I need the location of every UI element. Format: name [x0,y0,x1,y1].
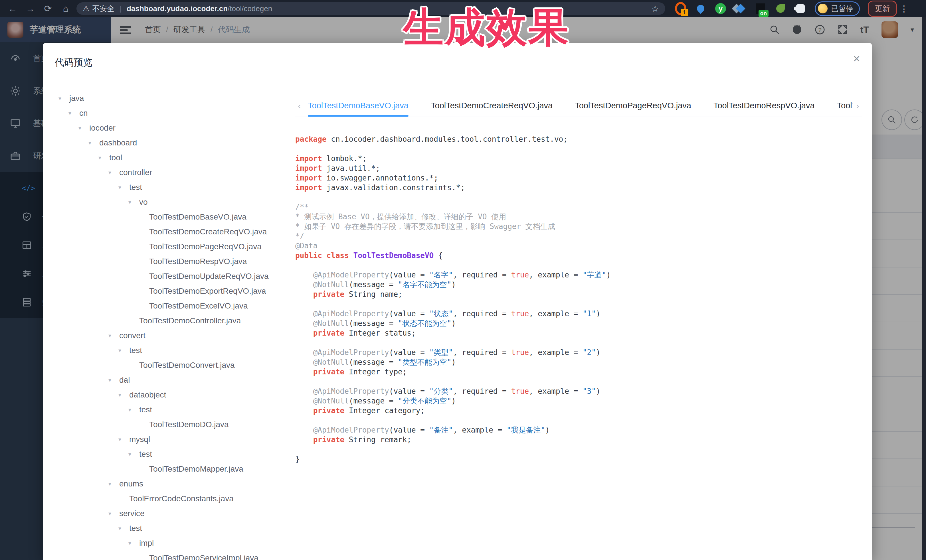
tree-file-ToolTestDemoExcelVO.java[interactable]: ToolTestDemoExcelVO.java [54,299,285,313]
tree-caret-icon[interactable]: ▾ [118,391,129,398]
paused-pill[interactable]: 已暂停 [815,2,860,16]
tree-caret-icon[interactable]: ▾ [108,169,119,176]
tree-folder-vo[interactable]: ▾vo [54,195,285,210]
tree-caret-icon[interactable]: ▾ [129,199,139,205]
tree-folder-enums[interactable]: ▾enums [54,477,285,491]
code-line: private Integer type; [295,367,862,377]
tree-caret-icon[interactable]: ▾ [129,540,139,546]
tree-caret-icon[interactable]: ▾ [118,347,129,354]
not-secure-label: 不安全 [92,4,114,14]
tree-folder-dataobject[interactable]: ▾dataobject [54,388,285,402]
tree-file-ToolTestDemoCreateReqVO.java[interactable]: ToolTestDemoCreateReqVO.java [54,224,285,239]
extension-orange-icon[interactable]: 1 [675,3,686,14]
tree-file-ToolTestDemoConvert.java[interactable]: ToolTestDemoConvert.java [54,358,285,373]
code-line: import java.util.*; [295,163,862,173]
extensions-puzzle-icon[interactable] [795,3,806,14]
tree-file-ToolTestDemoBaseVO.java[interactable]: ToolTestDemoBaseVO.java [54,210,285,224]
tree-folder-test[interactable]: ▾test [54,447,285,462]
paused-label: 已暂停 [831,4,853,14]
tree-node-label: service [119,509,145,518]
extension-sprout-icon[interactable] [775,3,786,14]
tree-file-ToolTestDemoRespVO.java[interactable]: ToolTestDemoRespVO.java [54,254,285,269]
tree-folder-convert[interactable]: ▾convert [54,328,285,343]
tree-file-ToolTestDemoServiceImpl.java[interactable]: ToolTestDemoServiceImpl.java [54,551,285,560]
code-view[interactable]: package cn.iocoder.dashboard.modules.too… [295,134,862,464]
tree-folder-mysql[interactable]: ▾mysql [54,432,285,447]
tree-caret-icon[interactable]: ▾ [108,480,119,487]
tree-file-ToolErrorCodeConstants.java[interactable]: ToolErrorCodeConstants.java [54,491,285,506]
tree-caret-icon[interactable]: ▾ [108,332,119,339]
tree-file-ToolTestDemoDO.java[interactable]: ToolTestDemoDO.java [54,417,285,432]
tree-node-label: ToolTestDemoPageReqVO.java [149,242,262,251]
forward-icon[interactable]: → [25,3,35,14]
tree-caret-icon[interactable]: ▾ [98,154,109,161]
tree-caret-icon[interactable]: ▾ [68,110,79,116]
close-icon[interactable]: × [853,53,860,65]
tree-file-ToolTestDemoUpdateReqVO.java[interactable]: ToolTestDemoUpdateReqVO.java [54,269,285,284]
tree-file-ToolTestDemoExportReqVO.java[interactable]: ToolTestDemoExportReqVO.java [54,284,285,299]
tree-caret-icon[interactable]: ▾ [118,525,129,532]
code-line: @Data [295,241,862,251]
browser-scrollbar[interactable] [922,17,926,560]
tab-ToolTestDemoCreateReqVO.java[interactable]: ToolTestDemoCreateReqVO.java [431,94,552,116]
on-badge: on [758,10,769,17]
file-tabs-bar: ‹ ToolTestDemoBaseVO.javaToolTestDemoCre… [295,94,862,117]
tree-folder-tool[interactable]: ▾tool [54,150,285,165]
reload-icon[interactable]: ⟳ [43,3,53,14]
tree-node-label: dataobject [129,390,166,400]
tree-folder-cn[interactable]: ▾cn [54,106,285,121]
tab-ToolTestDemoPageReqVO.java[interactable]: ToolTestDemoPageReqVO.java [575,94,691,116]
tab-ToolTestDemoRespVO.java[interactable]: ToolTestDemoRespVO.java [713,94,815,116]
home-icon[interactable]: ⌂ [61,3,71,14]
code-line: * 测试示例 Base VO，提供给添加、修改、详细的子 VO 使用 [295,212,862,222]
tree-node-label: ToolTestDemoUpdateReqVO.java [149,272,269,281]
tree-folder-test[interactable]: ▾test [54,180,285,195]
tab-ToolTe[interactable]: ToolTe [837,94,853,116]
tree-folder-java[interactable]: ▾java [54,91,285,106]
back-icon[interactable]: ← [8,3,18,14]
puzzle-icon [796,4,805,13]
extension-diamond-icon[interactable] [735,3,746,14]
tree-folder-iocoder[interactable]: ▾iocoder [54,121,285,136]
tree-folder-dashboard[interactable]: ▾dashboard [54,136,285,150]
code-line: @NotNull(message = "分类不能为空") [295,396,862,406]
code-line: } [295,454,862,464]
code-line: /** [295,202,862,212]
tree-file-ToolTestDemoPageReqVO.java[interactable]: ToolTestDemoPageReqVO.java [54,239,285,254]
tree-file-ToolTestDemoController.java[interactable]: ToolTestDemoController.java [54,313,285,328]
browser-menu-icon[interactable]: ⋮ [900,4,908,14]
tree-caret-icon[interactable]: ▾ [129,406,139,413]
tree-caret-icon[interactable]: ▾ [118,436,129,443]
tree-folder-controller[interactable]: ▾controller [54,165,285,180]
extension-on-icon[interactable]: on [755,3,766,14]
extension-drop-icon[interactable] [695,3,707,14]
tree-caret-icon[interactable]: ▾ [129,451,139,457]
code-line: public class ToolTestDemoBaseVO { [295,251,862,260]
tree-node-label: enums [119,479,143,488]
tree-folder-test[interactable]: ▾test [54,343,285,358]
tree-folder-service[interactable]: ▾service [54,506,285,521]
tree-caret-icon[interactable]: ▾ [108,377,119,383]
tree-folder-test[interactable]: ▾test [54,402,285,417]
tree-caret-icon[interactable]: ▾ [88,139,99,146]
tree-node-label: tool [109,153,122,162]
tree-caret-icon[interactable]: ▾ [59,95,69,102]
tree-file-ToolTestDemoMapper.java[interactable]: ToolTestDemoMapper.java [54,462,285,477]
tree-caret-icon[interactable]: ▾ [79,125,89,131]
tabs-scroll-left-icon[interactable]: ‹ [295,100,304,111]
tree-folder-dal[interactable]: ▾dal [54,373,285,388]
tree-caret-icon[interactable]: ▾ [118,184,129,191]
not-secure-icon: ⚠ [83,4,89,13]
tabs-scroll-right-icon[interactable]: › [853,100,862,111]
extension-green-circle-icon[interactable]: y [715,3,726,14]
tree-node-label: dashboard [99,138,137,147]
update-button[interactable]: 更新 [868,1,897,17]
blue-drop-icon [696,3,706,14]
tree-caret-icon[interactable]: ▾ [108,510,119,517]
tab-ToolTestDemoBaseVO.java[interactable]: ToolTestDemoBaseVO.java [308,94,409,116]
code-panel: ‹ ToolTestDemoBaseVO.javaToolTestDemoCre… [295,94,862,560]
tree-folder-test[interactable]: ▾test [54,521,285,536]
tree-folder-impl[interactable]: ▾impl [54,536,285,551]
code-line [295,338,862,347]
bookmark-star-icon[interactable]: ☆ [651,4,659,14]
